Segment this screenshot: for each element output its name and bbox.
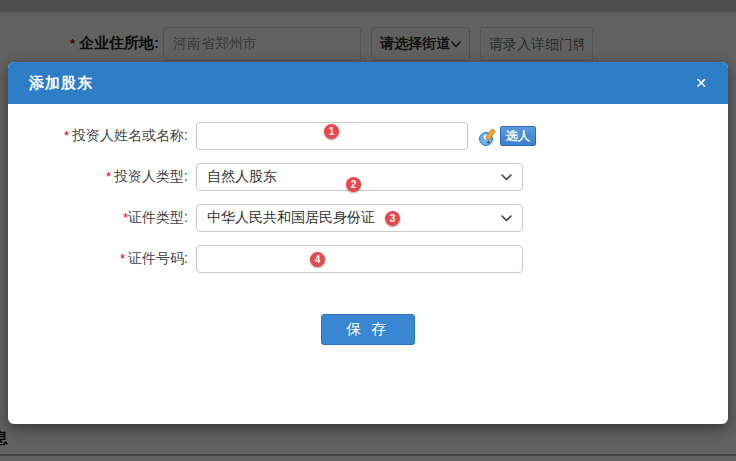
pick-person-button[interactable]: 选人	[477, 126, 536, 147]
add-shareholder-modal: 添加股东 ✕ *投资人姓名或名称: 1 选人	[8, 62, 728, 424]
certificate-number-input[interactable]	[196, 245, 523, 273]
save-button[interactable]: 保 存	[321, 314, 415, 345]
investor-name-label: *投资人姓名或名称:	[8, 127, 196, 145]
annotation-badge-2: 2	[346, 177, 361, 192]
annotation-badge-1: 1	[324, 124, 339, 139]
modal-header: 添加股东 ✕	[8, 62, 728, 104]
form-row-investor-name: *投资人姓名或名称: 1 选人	[8, 122, 728, 150]
certificate-type-select[interactable]: 中华人民共和国居民身份证 3	[196, 204, 523, 232]
required-asterisk: *	[64, 128, 69, 143]
certificate-number-label: *证件号码:	[8, 250, 196, 268]
required-asterisk: *	[106, 169, 111, 184]
certificate-type-label: *证件类型:	[8, 209, 196, 227]
required-asterisk: *	[120, 251, 125, 266]
annotation-badge-3: 3	[385, 211, 400, 226]
form-row-certificate-type: *证件类型: 中华人民共和国居民身份证 3	[8, 204, 728, 232]
chevron-down-icon	[501, 174, 512, 181]
chevron-down-icon	[501, 215, 512, 222]
form-row-investor-type: *投资人类型: 自然人股东 2	[8, 163, 728, 191]
save-row: 保 存	[8, 314, 728, 345]
person-pencil-icon	[477, 126, 498, 147]
modal-body: *投资人姓名或名称: 1 选人 *投资人类型:	[8, 104, 728, 345]
modal-title: 添加股东	[29, 74, 93, 93]
form-row-certificate-number: *证件号码: 4	[8, 245, 728, 273]
pick-person-label: 选人	[500, 126, 536, 146]
investor-type-label: *投资人类型:	[8, 168, 196, 186]
investor-type-value: 自然人股东	[207, 168, 277, 186]
certificate-type-value: 中华人民共和国居民身份证	[207, 209, 375, 227]
annotation-badge-4: 4	[310, 252, 325, 267]
close-icon[interactable]: ✕	[695, 76, 707, 90]
